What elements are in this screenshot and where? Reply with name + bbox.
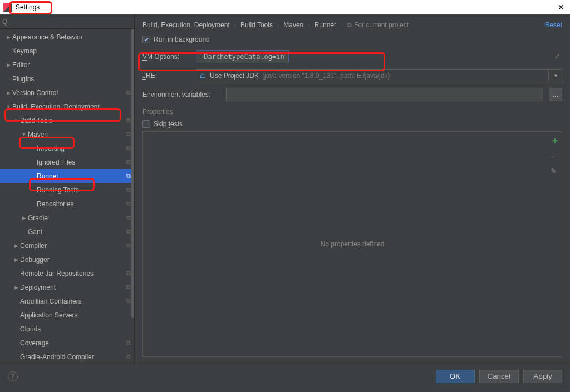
tree-item-importing[interactable]: Importing⧉ xyxy=(0,141,134,155)
tree-item-editor[interactable]: ▶Editor xyxy=(0,58,134,72)
tree-item-label: Remote Jar Repositories xyxy=(20,270,124,277)
tree-item-label: Runner xyxy=(37,172,124,180)
jre-select[interactable]: 🗀 Use Project JDK (java version "1.8.0_1… xyxy=(196,69,562,82)
close-icon[interactable]: ✕ xyxy=(556,3,567,12)
project-level-icon: ⧉ xyxy=(126,339,131,346)
chevron-down-icon: ▼ xyxy=(12,118,20,123)
apply-button[interactable]: Apply xyxy=(523,370,562,383)
project-level-icon: ⧉ xyxy=(126,145,131,152)
breadcrumb-item[interactable]: Maven xyxy=(283,21,303,29)
checkbox-checked-icon[interactable]: ✔ xyxy=(142,36,150,43)
cancel-button[interactable]: Cancel xyxy=(479,370,519,383)
chevron-right-icon: › xyxy=(308,22,309,28)
reset-link[interactable]: Reset xyxy=(545,21,562,29)
settings-sidebar: Q ▶Appearance & BehaviorKeymap▶EditorPlu… xyxy=(0,14,135,364)
settings-tree[interactable]: ▶Appearance & BehaviorKeymap▶EditorPlugi… xyxy=(0,29,134,364)
tree-item-label: Deployment xyxy=(20,284,124,291)
breadcrumb-row: Build, Execution, Deployment›Build Tools… xyxy=(142,21,562,29)
app-icon xyxy=(3,3,12,12)
jre-row: JRE: 🗀 Use Project JDK (java version "1.… xyxy=(142,69,562,82)
scrollbar[interactable] xyxy=(131,29,134,318)
env-vars-input[interactable] xyxy=(226,88,543,101)
properties-empty-text: No properties defined xyxy=(321,240,385,248)
vm-options-row: VM Options: ⤢ xyxy=(142,50,562,63)
tree-item-label: Debugger xyxy=(20,256,131,264)
bottom-bar: ? OK Cancel Apply xyxy=(0,364,570,388)
chevron-right-icon: ▶ xyxy=(4,62,12,68)
tree-item-plugins[interactable]: Plugins xyxy=(0,72,134,86)
edit-icon[interactable]: ✎ xyxy=(551,167,559,176)
window-title: Settings xyxy=(16,3,556,11)
tree-item-label: Appearance & Behavior xyxy=(12,33,131,41)
tree-item-arquillian-containers[interactable]: Arquillian Containers⧉ xyxy=(0,294,134,308)
env-vars-label: Environment variables: xyxy=(142,91,220,98)
chevron-down-icon: ▼ xyxy=(4,104,12,110)
tree-item-label: Build Tools xyxy=(20,117,124,125)
add-icon[interactable]: ＋ xyxy=(551,135,559,147)
project-level-icon: ⧉ xyxy=(126,214,131,221)
tree-item-gradle[interactable]: ▶Gradle⧉ xyxy=(0,211,134,225)
checkbox-unchecked-icon[interactable] xyxy=(142,120,150,128)
ok-button[interactable]: OK xyxy=(436,370,475,383)
jre-label: JRE: xyxy=(142,72,190,80)
chevron-right-icon: ▶ xyxy=(4,34,12,40)
tree-item-running-tests[interactable]: Running Tests⧉ xyxy=(0,183,134,197)
breadcrumb-item[interactable]: Build Tools xyxy=(240,21,273,29)
tree-item-maven[interactable]: ▼Maven⧉ xyxy=(0,127,134,141)
expand-icon[interactable]: ⤢ xyxy=(554,52,560,60)
help-icon[interactable]: ? xyxy=(8,371,18,381)
vm-options-label: VM Options: xyxy=(142,53,190,61)
project-level-icon: ⧉ xyxy=(126,117,131,124)
skip-tests-label: Skip tests xyxy=(154,120,183,128)
remove-icon[interactable]: − xyxy=(551,152,559,161)
skip-tests-row[interactable]: Skip tests xyxy=(142,120,562,128)
project-level-icon: ⧉ xyxy=(126,200,131,207)
tree-item-gradle-android-compiler[interactable]: Gradle-Android Compiler⧉ xyxy=(0,350,134,364)
project-level-icon: ⧉ xyxy=(126,172,131,180)
project-level-icon: ⧉ xyxy=(126,270,131,277)
properties-label: Properties xyxy=(142,108,562,116)
tree-item-deployment[interactable]: ▶Deployment⧉ xyxy=(0,280,134,294)
chevron-right-icon: ▶ xyxy=(20,215,28,221)
env-vars-browse-button[interactable]: … xyxy=(549,88,562,101)
chevron-right-icon: › xyxy=(277,22,279,28)
tree-item-clouds[interactable]: Clouds xyxy=(0,322,134,336)
tree-item-label: Plugins xyxy=(12,75,131,83)
vm-options-input[interactable] xyxy=(196,50,289,63)
tree-item-compiler[interactable]: ▶Compiler⧉ xyxy=(0,239,134,252)
chevron-down-icon: ▼ xyxy=(20,132,28,137)
tree-item-label: Gradle xyxy=(28,214,124,222)
tree-item-runner[interactable]: Runner⧉ xyxy=(0,169,134,183)
run-in-background-label: Run in background xyxy=(154,36,210,43)
tree-item-label: Ignored Files xyxy=(37,158,124,166)
project-level-icon: ⧉ xyxy=(126,242,131,249)
tree-item-remote-jar-repositories[interactable]: Remote Jar Repositories⧉ xyxy=(0,266,134,280)
jre-selected-text: Use Project JDK xyxy=(210,72,259,80)
tree-item-build-execution-deployment[interactable]: ▼Build, Execution, Deployment xyxy=(0,100,134,113)
chevron-right-icon: › xyxy=(234,22,236,28)
project-level-icon: ⧉ xyxy=(126,284,131,291)
content-panel: Build, Execution, Deployment›Build Tools… xyxy=(135,14,570,364)
search-input[interactable] xyxy=(9,18,132,26)
project-level-icon: ⧉ xyxy=(126,186,131,193)
tree-item-coverage[interactable]: Coverage⧉ xyxy=(0,336,134,350)
tree-item-ignored-files[interactable]: Ignored Files⧉ xyxy=(0,155,134,169)
tree-item-application-servers[interactable]: Application Servers xyxy=(0,308,134,322)
tree-item-label: Clouds xyxy=(20,325,131,333)
project-level-icon: ⧉ xyxy=(126,89,131,96)
tree-item-gant[interactable]: Gant⧉ xyxy=(0,225,134,239)
tree-item-build-tools[interactable]: ▼Build Tools⧉ xyxy=(0,113,134,127)
tree-item-version-control[interactable]: ▶Version Control⧉ xyxy=(0,86,134,100)
tree-item-debugger[interactable]: ▶Debugger xyxy=(0,252,134,266)
tree-item-label: Coverage xyxy=(20,339,124,347)
breadcrumb-item[interactable]: Runner xyxy=(315,21,336,29)
breadcrumb-item[interactable]: Build, Execution, Deployment xyxy=(142,21,230,29)
run-in-background-row[interactable]: ✔ Run in background xyxy=(142,36,562,43)
project-level-icon: ⧉ xyxy=(126,228,131,235)
tree-item-label: Importing xyxy=(37,145,124,152)
tree-item-keymap[interactable]: Keymap xyxy=(0,44,134,58)
tree-item-label: Version Control xyxy=(12,89,124,97)
tree-item-label: Running Tests xyxy=(37,186,124,194)
tree-item-repositories[interactable]: Repositories⧉ xyxy=(0,197,134,211)
tree-item-appearance-behavior[interactable]: ▶Appearance & Behavior xyxy=(0,30,134,44)
